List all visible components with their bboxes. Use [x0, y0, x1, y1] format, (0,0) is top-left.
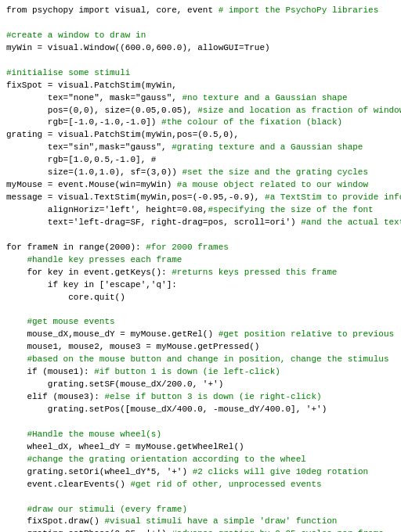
code-token: myMouse = event.Mouse(win=myWin) — [6, 180, 177, 189]
code-token: #based on the mouse button and change in… — [6, 354, 388, 364]
code-line: tex="none", mask="gauss", #no texture an… — [6, 92, 395, 105]
code-token: elif (mouse3): — [6, 392, 104, 401]
code-token: if key in ['escape','q']: — [6, 280, 177, 289]
code-token: #Handle the mouse wheel(s) — [6, 430, 161, 439]
code-line: grating = visual.PatchStim(myWin,pos=(0.… — [6, 129, 395, 142]
code-line: text='left-drag=SF, right-drag=pos, scro… — [6, 217, 395, 229]
code-token: if (mouse1): — [6, 367, 94, 376]
code-line: grating.setPhase(0.05, '+') #advance gra… — [6, 528, 395, 532]
code-line: from psychopy import visual, core, event… — [6, 5, 395, 17]
code-line: fixSpot.draw() #visual stimuli have a si… — [6, 516, 395, 528]
code-token: from psychopy import visual, core, event — [6, 5, 219, 15]
code-token: #advance grating by 0.05 cycles per fram… — [172, 529, 384, 532]
code-line: tex="sin",mask="gauss", #grating texture… — [6, 142, 395, 154]
code-line: pos=(0,0), size=(0.05,0.05), #size and l… — [6, 105, 395, 117]
code-token: rgb=[1.0,0.5,-1.0], # — [6, 155, 156, 164]
code-token: #size and location as fraction of window — [197, 106, 401, 115]
code-line: fixSpot = visual.PatchStim(myWin, — [6, 80, 395, 92]
code-line: rgb=[-1.0,-1.0,-1.0]) #the colour of the… — [6, 117, 395, 129]
code-line — [6, 55, 395, 67]
code-token: #if button 1 is down (ie left-click) — [94, 367, 280, 376]
code-token: #initialise some stimuli — [6, 68, 130, 77]
code-token: grating = visual.PatchStim(myWin,pos=(0.… — [6, 130, 239, 139]
code-token: rgb=[-1.0,-1.0,-1.0]) — [6, 117, 161, 127]
code-line: for key in event.getKeys(): #returns key… — [6, 267, 395, 279]
code-line: if (mouse1): #if button 1 is down (ie le… — [6, 366, 395, 379]
code-token: #set the size and the grating cycles — [182, 167, 368, 177]
code-token: #and the actual text — [301, 217, 401, 227]
code-token: # import the PsychoPy libraries — [219, 5, 379, 15]
code-line: #initialise some stimuli — [6, 67, 395, 80]
code-line: #draw our stimuli (every frame) — [6, 504, 395, 516]
code-line — [6, 304, 395, 317]
code-line: #handle key presses each frame — [6, 254, 395, 267]
code-line: grating.setPos([mouse_dX/400.0, -mouse_d… — [6, 404, 395, 416]
code-token: #draw our stimuli (every frame) — [6, 505, 187, 514]
code-line: mouse1, mouse2, mouse3 = myMouse.getPres… — [6, 341, 395, 354]
code-token: #get position relative to previous — [219, 329, 394, 339]
code-token: #returns keys pressed this frame — [172, 268, 337, 277]
code-token: #no texture and a Gaussian shape — [182, 93, 347, 102]
code-editor: from psychopy import visual, core, event… — [0, 0, 401, 532]
code-line: #change the grating orientation accordin… — [6, 454, 395, 466]
code-token: message = visual.TextStim(myWin,pos=(-0.… — [6, 192, 265, 202]
code-line — [6, 491, 395, 504]
code-token: #2 clicks will give 10deg rotation — [193, 467, 368, 476]
code-token: for frameN in range(2000): — [6, 243, 146, 252]
code-line — [6, 416, 395, 429]
code-token: tex="none", mask="gauss", — [6, 93, 182, 102]
code-token: mouse_dX,mouse_dY = myMouse.getRel() — [6, 329, 219, 339]
code-token: for key in event.getKeys(): — [6, 268, 172, 277]
code-line: myMouse = event.Mouse(win=myWin) #a mous… — [6, 179, 395, 192]
code-token: #specifying the size of the font — [208, 205, 373, 214]
code-token: #for 2000 frames — [146, 243, 229, 252]
code-token: text='left-drag=SF, right-drag=pos, scro… — [6, 217, 301, 227]
code-token: #visual stimuli have a simple 'draw' fun… — [104, 516, 337, 526]
code-token: wheel_dX, wheel_dY = myMouse.getWheelRel… — [6, 442, 244, 451]
code-token: grating.setOri(wheel_dY*5, '+') — [6, 467, 193, 476]
code-line: message = visual.TextStim(myWin,pos=(-0.… — [6, 192, 395, 204]
code-line: rgb=[1.0,0.5,-1.0], # — [6, 154, 395, 167]
code-token: #get rid of other, unprocessed events — [130, 480, 321, 489]
code-token: #a mouse object related to our window — [177, 180, 368, 189]
code-line: if key in ['escape','q']: — [6, 279, 395, 292]
code-line: mouse_dX,mouse_dY = myMouse.getRel() #ge… — [6, 329, 395, 341]
code-token: size=(1.0,1.0), sf=(3,0)) — [6, 167, 182, 177]
code-line: elif (mouse3): #else if button 3 is down… — [6, 391, 395, 404]
code-line: #get mouse events — [6, 316, 395, 329]
code-line: size=(1.0,1.0), sf=(3,0)) #set the size … — [6, 167, 395, 179]
code-line: #Handle the mouse wheel(s) — [6, 429, 395, 441]
code-token: mouse1, mouse2, mouse3 = myMouse.getPres… — [6, 342, 259, 351]
code-token: fixSpot = visual.PatchStim(myWin, — [6, 81, 177, 90]
code-token: #else if button 3 is down (ie right-clic… — [104, 392, 321, 401]
code-line: #create a window to draw in — [6, 30, 395, 42]
code-token: fixSpot.draw() — [6, 516, 104, 526]
code-token: #get mouse events — [6, 317, 115, 326]
code-line: wheel_dX, wheel_dY = myMouse.getWheelRel… — [6, 441, 395, 454]
code-line: core.quit() — [6, 292, 395, 304]
code-line — [6, 229, 395, 242]
code-token: grating.setPhase(0.05, '+') — [6, 529, 172, 532]
code-token: myWin = visual.Window((600.0,600.0), all… — [6, 43, 270, 52]
code-token: alignHoriz='left', height=0.08, — [6, 205, 208, 214]
code-token: core.quit() — [6, 293, 125, 302]
code-token: pos=(0,0), size=(0.05,0.05), — [6, 106, 197, 115]
code-token: tex="sin",mask="gauss", — [6, 142, 172, 152]
code-line: myWin = visual.Window((600.0,600.0), all… — [6, 42, 395, 55]
code-token: #grating texture and a Gaussian shape — [172, 142, 363, 152]
code-line: for frameN in range(2000): #for 2000 fra… — [6, 242, 395, 254]
code-token: #a TextStim to provide info — [265, 192, 401, 202]
code-token: #change the grating orientation accordin… — [6, 455, 306, 464]
code-line: alignHoriz='left', height=0.08,#specifyi… — [6, 204, 395, 217]
code-token: grating.setSF(mouse_dX/200.0, '+') — [6, 379, 223, 389]
code-token: #handle key presses each frame — [6, 255, 182, 264]
code-line: grating.setSF(mouse_dX/200.0, '+') — [6, 379, 395, 391]
code-token: #create a window to draw in — [6, 31, 146, 40]
code-line: grating.setOri(wheel_dY*5, '+') #2 click… — [6, 466, 395, 479]
code-token: grating.setPos([mouse_dX/400.0, -mouse_d… — [6, 404, 327, 414]
code-line — [6, 17, 395, 30]
code-line: #based on the mouse button and change in… — [6, 354, 395, 366]
code-token: event.clearEvents() — [6, 480, 130, 489]
code-line: event.clearEvents() #get rid of other, u… — [6, 479, 395, 491]
code-token: #the colour of the fixation (black) — [161, 117, 342, 127]
